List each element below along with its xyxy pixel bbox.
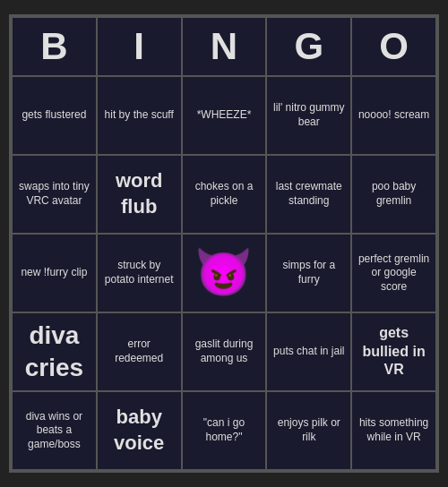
cell-4[interactable]: noooo! scream <box>351 76 436 155</box>
cell-18[interactable]: puts chat in jail <box>266 312 351 391</box>
cell-10[interactable]: new !furry clip <box>12 234 97 312</box>
bingo-header: B I N G O <box>12 17 436 76</box>
cell-8[interactable]: last crewmate standing <box>266 155 351 234</box>
cell-22[interactable]: "can i go home?" <box>182 391 267 470</box>
cell-16[interactable]: error redeemed <box>97 312 182 391</box>
cell-15[interactable]: diva cries <box>12 312 97 391</box>
letter-g: G <box>266 17 351 76</box>
cell-0[interactable]: gets flustered <box>12 76 97 155</box>
cell-19[interactable]: gets bullied in VR <box>351 312 436 391</box>
cell-24[interactable]: hits something while in VR <box>351 391 436 470</box>
cell-1[interactable]: hit by the scuff <box>97 76 182 155</box>
bingo-grid: gets flustered hit by the scuff *WHEEZE*… <box>12 76 436 470</box>
cell-5[interactable]: swaps into tiny VRC avatar <box>12 155 97 234</box>
cell-6[interactable]: word flub <box>97 155 182 234</box>
letter-i: I <box>97 17 182 76</box>
cell-11[interactable]: struck by potato internet <box>97 234 182 312</box>
cell-23[interactable]: enjoys pilk or rilk <box>266 391 351 470</box>
letter-n: N <box>182 17 267 76</box>
cell-20[interactable]: diva wins or beats a game/boss <box>12 391 97 470</box>
cell-12-free[interactable]: 😈 <box>182 234 267 312</box>
cell-9[interactable]: poo baby gremlin <box>351 155 436 234</box>
bingo-card: B I N G O gets flustered hit by the scuf… <box>9 14 439 473</box>
cell-3[interactable]: lil' nitro gummy bear <box>266 76 351 155</box>
cell-21[interactable]: baby voice <box>97 391 182 470</box>
cell-13[interactable]: simps for a furry <box>266 234 351 312</box>
letter-o: O <box>351 17 436 76</box>
letter-b: B <box>12 17 97 76</box>
cell-14[interactable]: perfect gremlin or google score <box>351 234 436 312</box>
cell-17[interactable]: gaslit during among us <box>182 312 267 391</box>
cell-7[interactable]: chokes on a pickle <box>182 155 267 234</box>
cell-2[interactable]: *WHEEZE* <box>182 76 267 155</box>
